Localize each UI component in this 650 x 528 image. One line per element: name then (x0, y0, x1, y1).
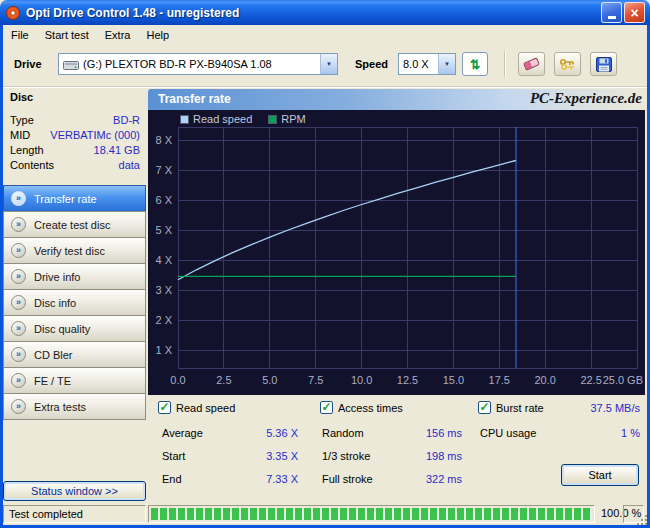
save-disk-icon (596, 57, 612, 72)
transfer-rate-chart: 1 X2 X3 X4 X5 X6 X7 X8 X0.02.55.07.510.0… (148, 110, 645, 395)
menu-start-test[interactable]: Start test (37, 27, 97, 43)
close-button[interactable]: × (624, 2, 645, 23)
progress-bar (148, 505, 595, 523)
disc-type-row: Type BD-R (10, 114, 140, 127)
refresh-speed-button[interactable]: ⇄ (462, 52, 488, 76)
disc-contents-row: Contents data (10, 159, 140, 172)
svg-text:3 X: 3 X (155, 284, 172, 296)
keys-icon (559, 58, 577, 71)
legend-label: Read speed (193, 113, 252, 125)
license-keys-button[interactable] (554, 52, 581, 76)
access-times-checkbox[interactable]: ✓ (320, 401, 333, 414)
sidebar-item-extra-tests[interactable]: » Extra tests (3, 393, 146, 420)
chevron-down-icon[interactable]: ▼ (320, 54, 337, 74)
read-speed-checkbox-label: Read speed (176, 402, 235, 414)
speed-label: Speed (355, 58, 388, 70)
sidebar-nav: » Transfer rate » Create test disc » Ver… (3, 186, 146, 420)
legend-label: RPM (281, 113, 305, 125)
average-value: 5.36 X (196, 427, 298, 439)
sidebar-item-verify-test-disc[interactable]: » Verify test disc (3, 237, 146, 264)
minimize-icon (608, 16, 616, 19)
sidebar-item-label: Create test disc (34, 219, 110, 231)
window-title: Opti Drive Control 1.48 - unregistered (26, 6, 596, 20)
titlebar[interactable]: Opti Drive Control 1.48 - unregistered × (0, 0, 650, 25)
speed-select-value: 8.0 X (403, 58, 429, 70)
sidebar-item-drive-info[interactable]: » Drive info (3, 263, 146, 290)
svg-text:0.0: 0.0 (170, 374, 185, 386)
cd-bler-icon: » (11, 347, 26, 362)
progress-fill (151, 508, 592, 520)
transfer-rate-icon: » (11, 191, 26, 206)
chart-legend: Read speed RPM (180, 113, 306, 125)
one-third-stroke-value: 198 ms (376, 450, 462, 462)
eraser-icon (523, 57, 540, 70)
start-label: Start (162, 450, 185, 462)
svg-text:5.0: 5.0 (262, 374, 277, 386)
disc-contents-label: Contents (10, 159, 54, 171)
start-value: 3.35 X (196, 450, 298, 462)
erase-disc-button[interactable] (518, 52, 545, 76)
random-label: Random (322, 427, 364, 439)
disc-length-row: Length 18.41 GB (10, 144, 140, 157)
window-border (0, 25, 3, 528)
full-stroke-value: 322 ms (376, 473, 462, 485)
sidebar-item-label: Disc info (34, 297, 76, 309)
status-window-button[interactable]: Status window >> (3, 481, 146, 501)
read-speed-checkbox[interactable]: ✓ (158, 401, 171, 414)
checkmark-icon: ✓ (321, 401, 331, 413)
svg-text:4 X: 4 X (155, 254, 172, 266)
app-icon (5, 5, 21, 21)
status-text-panel: Test completed (3, 505, 146, 523)
svg-text:10.0: 10.0 (351, 374, 372, 386)
sidebar-item-label: Verify test disc (34, 245, 105, 257)
disc-mid-row: MID VERBATIMc (000) (10, 129, 140, 142)
sidebar-item-disc-quality[interactable]: » Disc quality (3, 315, 146, 342)
cpu-usage-value: 1 % (556, 427, 640, 439)
disc-quality-icon: » (11, 321, 26, 336)
svg-text:2 X: 2 X (155, 314, 172, 326)
sidebar-item-create-test-disc[interactable]: » Create test disc (3, 211, 146, 238)
refresh-arrows-icon: ⇄ (468, 59, 483, 70)
minimize-button[interactable] (601, 2, 622, 23)
full-stroke-label: Full stroke (322, 473, 373, 485)
sidebar-item-transfer-rate[interactable]: » Transfer rate (3, 185, 146, 212)
svg-text:22.5: 22.5 (580, 374, 601, 386)
menu-extra[interactable]: Extra (97, 27, 139, 43)
save-button[interactable] (590, 52, 617, 76)
drive-icon (63, 59, 79, 70)
sidebar-item-cd-bler[interactable]: » CD Bler (3, 341, 146, 368)
speed-select[interactable]: 8.0 X ▼ (398, 53, 456, 75)
sidebar-item-disc-info[interactable]: » Disc info (3, 289, 146, 316)
svg-text:7.5: 7.5 (308, 374, 323, 386)
disc-mid-label: MID (10, 129, 30, 141)
sidebar-item-label: Transfer rate (34, 193, 97, 205)
end-value: 7.33 X (196, 473, 298, 485)
sidebar-item-label: Disc quality (34, 323, 90, 335)
disc-section-header: Disc (10, 91, 33, 103)
svg-text:17.5: 17.5 (489, 374, 510, 386)
svg-text:5 X: 5 X (155, 224, 172, 236)
burst-rate-checkbox[interactable]: ✓ (478, 401, 491, 414)
checkmark-icon: ✓ (159, 401, 169, 413)
svg-text:12.5: 12.5 (397, 374, 418, 386)
watermark-text: PC-Experience.de (530, 90, 642, 107)
read-speed-swatch-icon (180, 115, 189, 124)
burst-rate-checkbox-label: Burst rate (496, 402, 544, 414)
svg-text:7 X: 7 X (155, 164, 172, 176)
end-label: End (162, 473, 182, 485)
drive-info-icon: » (11, 269, 26, 284)
disc-type-value: BD-R (113, 114, 140, 126)
drive-select-value: (G:) PLEXTOR BD-R PX-B940SA 1.08 (83, 58, 272, 70)
start-test-button[interactable]: Start (561, 464, 639, 486)
app-window: Opti Drive Control 1.48 - unregistered ×… (0, 0, 650, 528)
drive-select[interactable]: (G:) PLEXTOR BD-R PX-B940SA 1.08 ▼ (58, 53, 338, 75)
sidebar-item-fe-te[interactable]: » FE / TE (3, 367, 146, 394)
status-text: Test completed (9, 508, 83, 520)
svg-text:1 X: 1 X (155, 344, 172, 356)
sidebar-item-label: Drive info (34, 271, 80, 283)
menu-file[interactable]: File (3, 27, 37, 43)
toolbar-separator (504, 51, 506, 77)
chevron-down-icon[interactable]: ▼ (438, 54, 455, 74)
menu-help[interactable]: Help (138, 27, 177, 43)
verify-test-disc-icon: » (11, 243, 26, 258)
